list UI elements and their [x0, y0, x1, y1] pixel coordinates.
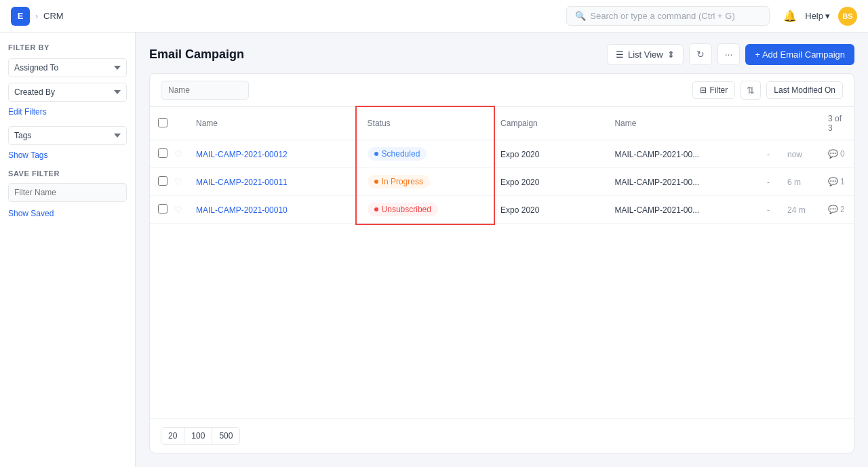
add-email-campaign-button[interactable]: + Add Email Campaign: [745, 44, 854, 65]
table-row: ♡ MAIL-CAMP-2021-00010 Unsubscribed Expo…: [150, 196, 854, 224]
filter-by-label: Filter By: [8, 43, 127, 52]
row-name-link-1[interactable]: MAIL-CAMP-2021-00011: [196, 178, 288, 187]
th-checkbox: [150, 107, 172, 140]
status-badge-2[interactable]: Unsubscribed: [368, 203, 438, 216]
status-dot-2: [374, 207, 378, 211]
created-by-select[interactable]: Created By: [8, 83, 127, 102]
row-dash-cell: -: [759, 168, 779, 196]
th-status: Status: [359, 107, 492, 140]
list-view-icon: ☰: [616, 49, 624, 60]
filter-name-input[interactable]: [8, 183, 127, 202]
comment-count-0: 0: [840, 149, 845, 159]
comment-count-2: 2: [840, 205, 845, 214]
comment-count-1: 1: [840, 177, 845, 186]
status-label-2: Unsubscribed: [382, 205, 431, 214]
ref-name-value-0: MAIL-CAMP-2021-00...: [614, 150, 699, 159]
th-dash: [759, 107, 779, 140]
page-body: Filter By Assigned To Created By Edit Fi…: [0, 33, 868, 467]
show-tags-link[interactable]: Show Tags: [8, 150, 127, 160]
ref-name-value-2: MAIL-CAMP-2021-00...: [614, 205, 699, 215]
main-content: Email Campaign ☰ List View ⇕ ↻ ··· + Add…: [136, 33, 868, 467]
page-size-500[interactable]: 500: [212, 427, 240, 445]
toolbar-right: ⊟ Filter ⇅ Last Modified On: [692, 81, 843, 100]
status-badge-1[interactable]: In Progress: [368, 175, 430, 188]
favorite-icon-2[interactable]: ♡: [174, 205, 182, 215]
help-chevron-icon: ▾: [825, 11, 830, 21]
row-status-cell: Scheduled: [359, 140, 492, 168]
dash-value-0: -: [767, 150, 770, 159]
topnav-right: 🔔 Help ▾ BS: [783, 7, 857, 26]
name-filter-input[interactable]: [161, 81, 249, 100]
more-options-button[interactable]: ···: [717, 43, 741, 65]
table-header-row: Name Status Campaign Name: [150, 107, 854, 140]
favorite-icon-1[interactable]: ♡: [174, 177, 182, 187]
app-icon[interactable]: E: [11, 7, 30, 26]
breadcrumb-chevron: ›: [35, 12, 38, 21]
row-campaign-cell: Expo 2020: [492, 140, 606, 168]
row-time-cell: 6 m: [779, 168, 820, 196]
page-size-20[interactable]: 20: [161, 427, 184, 445]
data-table: Name Status Campaign Name: [150, 107, 854, 224]
status-dot-0: [374, 152, 378, 156]
campaign-value-0: Expo 2020: [500, 150, 539, 159]
edit-filters-link[interactable]: Edit Filters: [8, 107, 127, 117]
time-value-2: 24 m: [787, 205, 806, 215]
row-heart-cell: ♡: [172, 196, 188, 224]
table-row: ♡ MAIL-CAMP-2021-00011 In Progress Expo …: [150, 168, 854, 196]
status-badge-0[interactable]: Scheduled: [368, 147, 427, 161]
row-dash-cell: -: [759, 140, 779, 168]
pagination: 20 100 500: [150, 418, 854, 453]
row-status-cell: In Progress: [359, 168, 492, 196]
main-header: Email Campaign ☰ List View ⇕ ↻ ··· + Add…: [136, 33, 868, 73]
header-actions: ☰ List View ⇕ ↻ ··· + Add Email Campaign: [607, 43, 854, 65]
campaign-value-2: Expo 2020: [500, 205, 539, 215]
search-placeholder: Search or type a command (Ctrl + G): [590, 11, 735, 21]
row-name-link-2[interactable]: MAIL-CAMP-2021-00010: [196, 205, 288, 215]
filter-button[interactable]: ⊟ Filter: [692, 81, 736, 99]
assigned-to-select[interactable]: Assigned To: [8, 58, 127, 77]
page-size-100[interactable]: 100: [184, 427, 212, 445]
select-all-checkbox[interactable]: [158, 118, 167, 127]
row-checkbox-1[interactable]: [158, 176, 167, 186]
row-status-cell: Unsubscribed: [359, 196, 492, 224]
row-refname-cell: MAIL-CAMP-2021-00...: [606, 168, 759, 196]
status-label-1: In Progress: [382, 177, 423, 186]
refresh-button[interactable]: ↻: [689, 43, 712, 65]
row-checkbox-cell: [150, 140, 172, 168]
breadcrumb-crm[interactable]: CRM: [43, 11, 64, 21]
page-title: Email Campaign: [149, 47, 244, 62]
row-comments-cell: 💬 1: [820, 168, 854, 196]
global-search[interactable]: 🔍 Search or type a command (Ctrl + G): [566, 6, 770, 26]
th-heart: [172, 107, 188, 140]
row-comments-cell: 💬 2: [820, 196, 854, 224]
save-filter-label: Save Filter: [8, 169, 127, 178]
status-dot-1: [374, 180, 378, 184]
show-saved-link[interactable]: Show Saved: [8, 209, 127, 218]
th-ref-name: Name: [606, 107, 759, 140]
row-name-cell: MAIL-CAMP-2021-00012: [188, 140, 359, 168]
row-checkbox-0[interactable]: [158, 148, 167, 158]
th-name: Name: [188, 107, 359, 140]
row-comments-cell: 💬 0: [820, 140, 854, 168]
campaign-value-1: Expo 2020: [500, 178, 539, 187]
row-campaign-cell: Expo 2020: [492, 168, 606, 196]
row-time-cell: 24 m: [779, 196, 820, 224]
help-button[interactable]: Help ▾: [805, 11, 830, 21]
row-name-cell: MAIL-CAMP-2021-00010: [188, 196, 359, 224]
time-value-0: now: [787, 150, 802, 159]
favorite-icon-0[interactable]: ♡: [174, 149, 182, 159]
dash-value-1: -: [767, 178, 770, 187]
row-dash-cell: -: [759, 196, 779, 224]
row-name-link-0[interactable]: MAIL-CAMP-2021-00012: [196, 150, 288, 159]
topnav: E › CRM 🔍 Search or type a command (Ctrl…: [0, 0, 868, 33]
avatar[interactable]: BS: [838, 7, 857, 26]
last-modified-button[interactable]: Last Modified On: [766, 81, 843, 99]
table-row: ♡ MAIL-CAMP-2021-00012 Scheduled Expo 20…: [150, 140, 854, 168]
row-checkbox-2[interactable]: [158, 204, 167, 214]
row-checkbox-cell: [150, 196, 172, 224]
status-label-0: Scheduled: [382, 149, 420, 159]
notifications-button[interactable]: 🔔: [783, 9, 797, 22]
list-view-button[interactable]: ☰ List View ⇕: [607, 44, 684, 65]
tags-select[interactable]: Tags: [8, 126, 127, 145]
sort-button[interactable]: ⇅: [741, 81, 761, 100]
